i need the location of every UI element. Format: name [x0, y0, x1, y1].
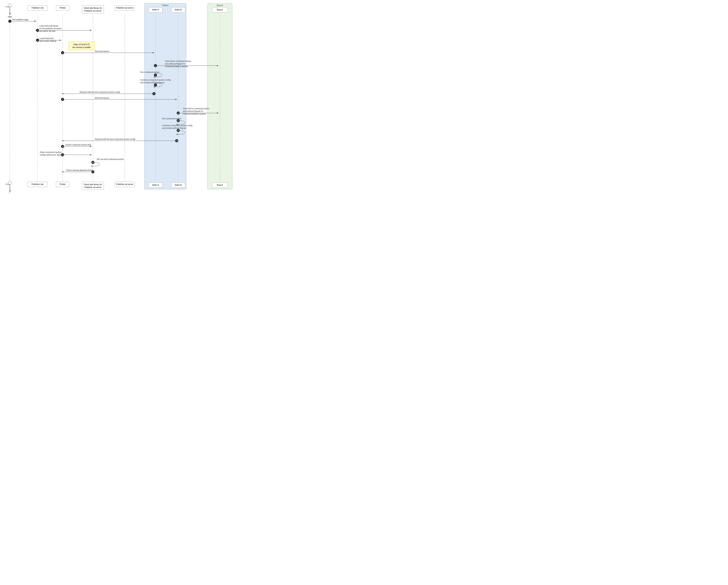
step-2-circle: 2 — [36, 29, 39, 32]
step-5-circle: 5 — [154, 64, 157, 67]
step-4-circle: 4 — [61, 51, 64, 54]
step-9-label: Send bid request — [95, 97, 109, 99]
svg-text:Sellers: Sellers — [162, 4, 168, 6]
step-5-label: Fetch bid for contextual auctionand perB… — [165, 60, 191, 68]
step-13-circle: 13 — [175, 139, 178, 142]
step-3-label: Load Prebid andstart header bidding — [40, 37, 56, 43]
user-actor-top: User — [7, 4, 13, 18]
step-11-label: Run contextual auction — [162, 118, 181, 120]
step-10-circle: 10 — [177, 111, 180, 115]
svg-rect-4 — [208, 3, 232, 189]
step-3-circle: 3 — [36, 39, 39, 42]
step-1-circle: 1 — [8, 20, 11, 23]
step-4-label: Send bid request — [95, 50, 109, 52]
step-12-label: Construct component auction configand in… — [162, 124, 192, 130]
step-13-label: Respond with bid and component auction c… — [95, 138, 135, 140]
seller-b-actor-bottom: Seller B — [171, 182, 185, 188]
svg-text:Buyers: Buyers — [217, 4, 223, 6]
step-6-label: Run contextual auction — [140, 71, 160, 73]
step-17-label: Return winning adjusted ad bid — [67, 169, 92, 171]
publisher-site-actor-bottom: Publisher site — [27, 182, 48, 187]
step-14-circle: 14 — [61, 145, 64, 148]
client-lib-actor-top: Client-side library for Publisher ad ser… — [82, 5, 104, 14]
publisher-site-actor-top: Publisher site — [27, 5, 48, 10]
step-7-label: Construct component auction configand in… — [140, 79, 171, 84]
user-actor-bottom: User — [7, 181, 13, 194]
seller-b-actor-top: Seller B — [171, 7, 185, 12]
buyers-actor-top: Buyers — [212, 7, 228, 12]
seller-a-actor-top: Seller A — [149, 7, 162, 12]
step-1-label: Visit publisher page — [12, 19, 28, 21]
step-6-circle: 6 — [154, 74, 157, 77]
step-8-circle: 8 — [152, 92, 155, 95]
svg-rect-2 — [145, 3, 186, 189]
step-16-circle: 16 — [92, 161, 95, 164]
prebid-actor-bottom: Prebid — [56, 182, 69, 187]
client-lib-actor-bottom: Client-side library for Publisher ad ser… — [82, 182, 104, 190]
note-box: Steps 4-8 and 9-13 are running in parall… — [68, 42, 95, 50]
buyers-actor-bottom: Buyers — [212, 182, 228, 188]
step-15-label: Share component auctionconfigs with buye… — [40, 151, 63, 156]
step-16-label: Run top-level contextual auction — [97, 158, 124, 160]
publisher-ad-server-actor-bottom: Publisher ad server — [115, 182, 135, 187]
step-14-label: Submit contextual auction bids — [66, 144, 91, 146]
seller-a-actor-bottom: Seller A — [149, 182, 162, 188]
diagram-container: Sellers Buyers — [0, 0, 235, 194]
prebid-actor-top: Prebid — [56, 5, 69, 10]
publisher-ad-server-actor-top: Publisher ad server — [115, 5, 135, 10]
step-10-label: Fetch bid for contextual auctionand perB… — [183, 107, 209, 115]
step-8-label: Respond with bid and component auction c… — [80, 91, 120, 93]
step-9-circle: 9 — [61, 98, 64, 101]
step-2-label: Load client-side libraryfor the publishe… — [40, 25, 61, 33]
